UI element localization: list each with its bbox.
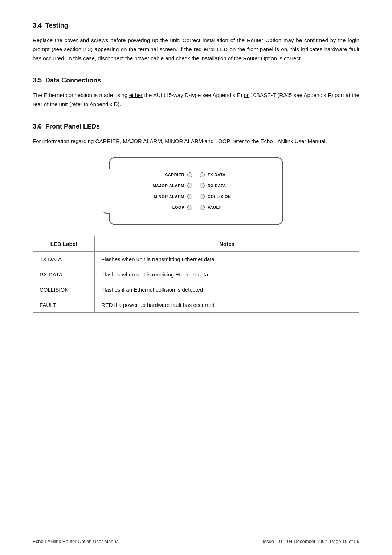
led-row: MAJOR ALARM RX DATA [121,183,271,188]
led-left-3: LOOP [121,205,192,210]
section-3-5: 3.5 Data Connections The Ethernet connec… [33,77,359,109]
page-footer: Echo LANlink Router Option User Manual I… [0,535,392,544]
led-row: CARRIER TX DATA [121,172,271,177]
led-table: LED Label Notes TX DATA Flashes when uni… [33,236,359,313]
table-cell-label-0: TX DATA [33,251,95,267]
led-row: MINOR ALARM COLLISION [121,194,271,199]
led-circle-right-1 [200,183,205,188]
led-left-2: MINOR ALARM [121,194,192,199]
text-or: or [244,92,249,98]
table-body: TX DATA Flashes when unit is transmittin… [33,251,359,312]
table-cell-label-1: RX DATA [33,267,95,282]
led-right-2: COLLISION [200,194,271,199]
heading-number-3-4: 3.4 [33,22,42,29]
heading-number-3-5: 3.5 [33,77,42,84]
heading-3-6: 3.6 Front Panel LEDs [33,123,359,130]
heading-3-5: 3.5 Data Connections [33,77,359,84]
table-row: FAULT RED if a power up hardware fault h… [33,297,359,312]
led-label-right-2: COLLISION [208,194,231,199]
table-cell-note-1: Flashes when unit is receiving Ethernet … [95,267,359,282]
led-right-0: TX DATA [200,172,271,177]
section-3-4: 3.4 Testing Replace the cover and screws… [33,22,359,63]
body-text-3-5: The Ethernet connection is made using ei… [33,91,359,109]
led-label-right-3: FAULT [208,205,221,210]
led-panel: CARRIER TX DATA MAJOR ALARM RX DATA MINO… [109,157,283,225]
page: 3.4 Testing Replace the cover and screws… [0,0,392,555]
section-3-6: 3.6 Front Panel LEDs For information reg… [33,123,359,313]
led-left-1: MAJOR ALARM [121,183,192,188]
heading-number-3-6: 3.6 [33,123,42,130]
led-row: LOOP FAULT [121,205,271,210]
table-cell-label-2: COLLISION [33,282,95,297]
table-cell-note-2: Flashes if an Ethernet collision is dete… [95,282,359,297]
led-circle-left-3 [187,205,192,210]
led-circle-left-1 [187,183,192,188]
led-circle-right-3 [200,205,205,210]
led-circle-right-0 [200,172,205,177]
text-part1: The Ethernet connection is made using [33,92,129,98]
heading-label-3-5: Data Connections [45,77,101,84]
table-header-notes: Notes [95,236,359,251]
footer-left: Echo LANlink Router Option User Manual [33,539,120,544]
led-left-0: CARRIER [121,172,192,177]
led-right-1: RX DATA [200,183,271,188]
heading-label-3-6: Front Panel LEDs [45,123,100,130]
table-row: RX DATA Flashes when unit is receiving E… [33,267,359,282]
led-label-right-0: TX DATA [208,173,226,177]
table-cell-label-3: FAULT [33,297,95,312]
led-panel-wrapper: CARRIER TX DATA MAJOR ALARM RX DATA MINO… [33,157,359,225]
led-circle-left-0 [187,172,192,177]
heading-label-3-4: Testing [45,22,68,29]
footer-page: Page 19 of 59 [330,539,359,544]
body-text-3-6: For information regarding CARRIER, MAJOR… [33,137,359,146]
led-circle-left-2 [187,194,192,199]
table-row: COLLISION Flashes if an Ethernet collisi… [33,282,359,297]
text-either: either [129,92,143,98]
led-label-right-1: RX DATA [208,183,226,188]
body-text-3-4: Replace the cover and screws before powe… [33,36,359,63]
led-label-left-2: MINOR ALARM [154,194,184,199]
led-label-left-3: LOOP [172,205,184,210]
table-cell-note-0: Flashes when unit is transmitting Ethern… [95,251,359,267]
table-header-label: LED Label [33,236,95,251]
footer-date: 04 December 1997 [287,539,327,544]
footer-issue: Issue 1.0 [263,539,282,544]
text-part2: the AUI (15-way D-type see Appendix E) [143,92,244,98]
footer-middle: Issue 1.0 04 December 1997 Page 19 of 59 [263,539,359,544]
led-label-left-0: CARRIER [165,173,184,177]
led-label-left-1: MAJOR ALARM [152,183,184,188]
led-circle-right-2 [200,194,205,199]
led-right-3: FAULT [200,205,271,210]
heading-3-4: 3.4 Testing [33,22,359,29]
table-row: TX DATA Flashes when unit is transmittin… [33,251,359,267]
table-cell-note-3: RED if a power up hardware fault has occ… [95,297,359,312]
